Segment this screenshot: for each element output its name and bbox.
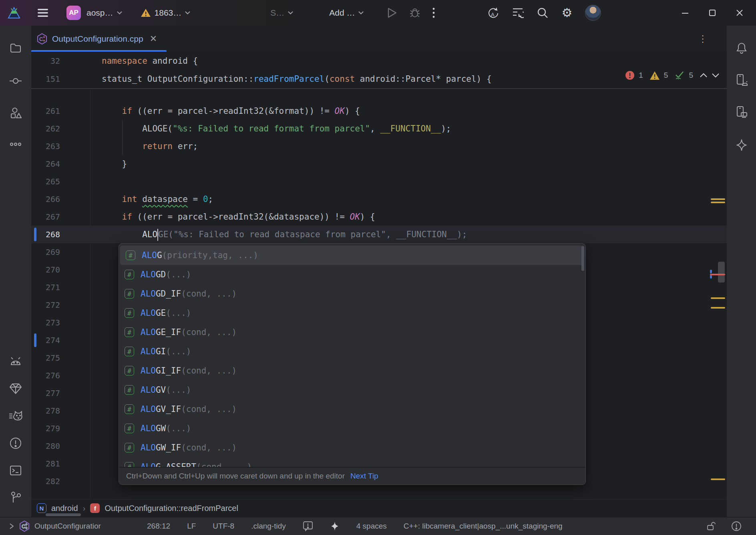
settings-gear-icon[interactable]: ⚙ <box>561 7 572 19</box>
more-tool-windows-icon[interactable] <box>7 135 24 153</box>
line-number[interactable]: 278 <box>31 402 60 420</box>
toolchain-label[interactable]: C++: libcamera_client|aosp_...unk_stagin… <box>404 522 563 531</box>
status-file-name[interactable]: OutputConfiguratior <box>34 522 101 531</box>
window-close-icon[interactable] <box>735 8 744 17</box>
branch-widget[interactable]: 1863… <box>141 8 191 18</box>
indent-setting[interactable]: 4 spaces <box>356 522 387 531</box>
completion-item[interactable]: #ALOGW_IF(cond, ...) <box>119 438 585 457</box>
structure-icon[interactable] <box>7 104 24 122</box>
tab-outputconfiguration[interactable]: C + + OutputConfiguration.cpp ✕ <box>31 26 167 52</box>
circular-arrow-a-icon[interactable]: A <box>487 7 499 19</box>
code-line[interactable]: 32namespace android { <box>31 52 727 70</box>
clang-tidy-widget[interactable]: .clang-tidy <box>251 522 286 531</box>
line-number[interactable]: 264 <box>31 155 60 173</box>
completion-item[interactable]: #ALOGI(...) <box>119 342 585 361</box>
line-number[interactable]: 275 <box>31 349 60 367</box>
window-maximize-icon[interactable] <box>708 8 717 17</box>
file-encoding[interactable]: UTF-8 <box>213 522 234 531</box>
breadcrumb-function[interactable]: OutputConfiguration::readFromParcel <box>105 504 238 513</box>
device-selector[interactable]: S… <box>270 8 293 18</box>
next-problem-chevron-icon[interactable] <box>712 73 720 78</box>
ai-sparkle-icon[interactable] <box>330 521 340 531</box>
line-number[interactable]: 273 <box>31 314 60 331</box>
line-number[interactable]: 266 <box>31 190 60 208</box>
line-number[interactable]: 281 <box>31 455 60 472</box>
line-number[interactable]: 263 <box>31 137 60 155</box>
inspections-widget[interactable]: 1 5 5 <box>625 70 720 81</box>
code-line[interactable]: 266 int dataspace = 0; <box>31 190 727 208</box>
logcat-android-icon[interactable] <box>7 353 24 370</box>
error-stripe[interactable] <box>708 52 727 499</box>
window-minimize-icon[interactable] <box>681 8 690 17</box>
next-tip-link[interactable]: Next Tip <box>350 472 378 480</box>
completion-item[interactable]: #ALOGD_IF(cond, ...) <box>119 284 585 303</box>
cat-icon[interactable] <box>7 407 24 425</box>
line-number[interactable]: 277 <box>31 384 60 402</box>
lock-open-icon[interactable] <box>706 521 716 531</box>
line-number[interactable]: 276 <box>31 367 60 384</box>
project-avatar[interactable]: AP <box>66 6 81 20</box>
search-icon[interactable] <box>537 7 549 19</box>
main-menu-icon[interactable] <box>37 8 49 18</box>
code-line[interactable]: 268 ALOGE("%s: Failed to read dataspace … <box>31 226 727 243</box>
caret-position[interactable]: 268:12 <box>147 522 170 531</box>
line-number[interactable]: 282 <box>31 472 60 490</box>
line-number[interactable]: 270 <box>31 261 60 279</box>
gemini-sparkle-icon[interactable] <box>733 136 750 154</box>
line-number[interactable]: 271 <box>31 279 60 296</box>
prev-problem-chevron-icon[interactable] <box>700 73 708 78</box>
code-line[interactable]: 265 <box>31 173 727 190</box>
run-button[interactable] <box>387 7 397 18</box>
git-branch-icon[interactable] <box>7 489 24 507</box>
tab-options-kebab-icon[interactable]: ⋮ <box>698 33 708 44</box>
code-line[interactable]: 151status_t OutputConfiguration::readFro… <box>31 70 727 88</box>
more-actions-kebab-icon[interactable] <box>432 8 435 18</box>
code-line[interactable]: 263 return err; <box>31 137 727 155</box>
code-line[interactable]: 264 } <box>31 155 727 173</box>
error-indicator-icon[interactable] <box>731 521 742 531</box>
code-editor[interactable]: 32namespace android {151status_t OutputC… <box>31 52 727 499</box>
commit-icon[interactable] <box>7 72 24 90</box>
completion-item[interactable]: #ALOG(priority,tag, ...) <box>120 246 584 265</box>
line-number[interactable]: 262 <box>31 120 60 137</box>
inspection-highlight-icon[interactable] <box>303 521 313 531</box>
problems-icon[interactable] <box>7 434 24 452</box>
line-number[interactable]: 269 <box>31 243 60 261</box>
completion-item[interactable]: #ALOGE_IF(cond, ...) <box>119 323 585 342</box>
line-number[interactable]: 265 <box>31 173 60 190</box>
list-history-icon[interactable] <box>512 7 524 18</box>
completion-item[interactable]: #ALOGW(...) <box>119 419 585 438</box>
running-devices-icon[interactable] <box>733 103 750 121</box>
completion-item[interactable]: #ALOGD(...) <box>119 265 585 284</box>
line-separator[interactable]: LF <box>187 522 196 531</box>
notifications-bell-icon[interactable] <box>733 39 750 57</box>
user-avatar[interactable] <box>585 5 601 21</box>
scrollbar-thumb[interactable] <box>718 262 725 283</box>
breadcrumb-namespace[interactable]: android <box>51 504 78 513</box>
terminal-icon[interactable] <box>7 462 24 479</box>
line-number[interactable]: 280 <box>31 437 60 455</box>
expand-chevron-icon[interactable] <box>9 523 14 529</box>
gem-icon[interactable] <box>7 380 24 398</box>
run-configuration-selector[interactable]: Add … <box>329 8 364 18</box>
line-number[interactable]: 279 <box>31 420 60 437</box>
completion-item[interactable]: #ALOG_ASSERT(cond, ...) <box>119 457 585 467</box>
code-line[interactable]: 262 ALOGE("%s: Failed to read format fro… <box>31 120 727 137</box>
code-line[interactable]: 267 if ((err = parcel->readInt32(&datasp… <box>31 208 727 226</box>
horizontal-scrollbar[interactable] <box>46 513 81 516</box>
line-number[interactable]: 272 <box>31 296 60 314</box>
completion-item[interactable]: #ALOGI_IF(cond, ...) <box>119 361 585 380</box>
line-number[interactable]: 151 <box>31 70 60 88</box>
completion-list[interactable]: #ALOG(priority,tag, ...)#ALOGD(...)#ALOG… <box>119 244 585 467</box>
completion-item[interactable]: #ALOGE(...) <box>119 303 585 323</box>
device-manager-icon[interactable] <box>733 71 750 89</box>
completion-item[interactable]: #ALOGV_IF(cond, ...) <box>119 400 585 419</box>
project-folder-icon[interactable] <box>7 39 24 57</box>
line-number[interactable]: 32 <box>31 52 60 70</box>
line-number[interactable]: 267 <box>31 208 60 226</box>
tab-close-icon[interactable]: ✕ <box>148 33 159 45</box>
debug-icon[interactable] <box>409 7 420 18</box>
project-selector[interactable]: aosp… <box>86 8 122 18</box>
line-number[interactable]: 261 <box>31 102 60 120</box>
code-line[interactable]: 261 if ((err = parcel->readInt32(&format… <box>31 102 727 120</box>
